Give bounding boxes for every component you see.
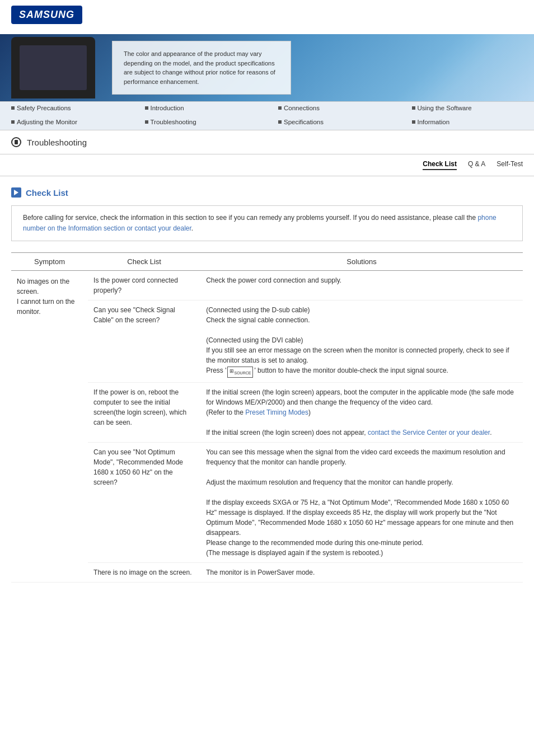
check-cell-3: If the power is on, reboot the computer … bbox=[88, 382, 200, 442]
page-title-icon-inner bbox=[15, 140, 18, 144]
nav-bullet bbox=[412, 120, 415, 124]
nav-bullet bbox=[11, 106, 15, 110]
solution-cell-5: The monitor is in PowerSaver mode. bbox=[200, 562, 523, 582]
table-row: Can you see "Not Optimum Mode", "Recomme… bbox=[11, 442, 523, 562]
tab-checklist[interactable]: Check List bbox=[423, 160, 457, 170]
info-text-2: . bbox=[191, 224, 193, 232]
logo-area: SAMSUNG bbox=[11, 6, 523, 24]
nav-bullet bbox=[278, 106, 282, 110]
solution-cell-1: Check the power cord connection and supp… bbox=[200, 271, 523, 300]
table-row: If the power is on, reboot the computer … bbox=[11, 382, 523, 442]
logo-text: SAMSUNG bbox=[19, 9, 74, 20]
navigation: Safety Precautions Introduction Connecti… bbox=[0, 101, 534, 130]
solution-cell-3: If the initial screen (the login screen)… bbox=[200, 382, 523, 442]
check-cell-5: There is no image on the screen. bbox=[88, 562, 200, 582]
page-title-bar: Troubleshooting bbox=[0, 130, 534, 154]
nav-item-connections[interactable]: Connections bbox=[278, 105, 390, 111]
nav-bullet bbox=[412, 106, 415, 110]
section-title-icon bbox=[11, 187, 21, 198]
page-title-icon bbox=[11, 137, 21, 147]
nav-item-software[interactable]: Using the Software bbox=[412, 105, 523, 111]
table-row: There is no image on the screen. The mon… bbox=[11, 562, 523, 582]
table-row: Can you see "Check Signal Cable" on the … bbox=[11, 300, 523, 382]
banner-text: The color and appearance of the product … bbox=[124, 50, 275, 85]
col-header-solutions: Solutions bbox=[200, 253, 523, 271]
svg-marker-0 bbox=[14, 190, 18, 195]
nav-item-safety[interactable]: Safety Precautions bbox=[11, 105, 123, 111]
banner-tv bbox=[11, 37, 95, 98]
check-cell-1: Is the power cord connected properly? bbox=[88, 271, 200, 300]
nav-item-information[interactable]: Information bbox=[412, 119, 523, 125]
solution-cell-2: (Connected using the D-sub cable) Check … bbox=[200, 300, 523, 382]
check-cell-4: Can you see "Not Optimum Mode", "Recomme… bbox=[88, 442, 200, 562]
banner-text-box: The color and appearance of the product … bbox=[112, 41, 291, 95]
nav-bullet bbox=[11, 120, 15, 124]
section-title: Check List bbox=[11, 187, 523, 198]
nav-item-specifications[interactable]: Specifications bbox=[278, 119, 390, 125]
tabs-bar: Check List Q & A Self-Test bbox=[0, 154, 534, 176]
preset-link[interactable]: Preset Timing Modes bbox=[245, 408, 308, 416]
nav-bullet bbox=[278, 120, 282, 124]
info-text-1: Before calling for service, check the in… bbox=[23, 214, 477, 222]
page-title: Troubleshooting bbox=[27, 138, 87, 147]
section-title-text: Check List bbox=[26, 188, 68, 198]
banner-diagonal bbox=[366, 34, 534, 101]
nav-item-adjusting[interactable]: Adjusting the Monitor bbox=[11, 119, 123, 125]
col-header-checklist: Check List bbox=[88, 253, 200, 271]
header: SAMSUNG bbox=[0, 0, 534, 34]
check-cell-2: Can you see "Check Signal Cable" on the … bbox=[88, 300, 200, 382]
tab-qa[interactable]: Q & A bbox=[468, 160, 485, 170]
main-section: Check List Before calling for service, c… bbox=[0, 176, 534, 594]
source-icon: ⊞SOURCE bbox=[227, 367, 253, 377]
banner: The color and appearance of the product … bbox=[0, 34, 534, 101]
col-header-symptom: Symptom bbox=[11, 253, 88, 271]
nav-bullet bbox=[145, 120, 148, 124]
nav-bullet bbox=[145, 106, 148, 110]
content-table: Symptom Check List Solutions No images o… bbox=[11, 252, 523, 582]
solution-cell-4: You can see this message when the signal… bbox=[200, 442, 523, 562]
nav-item-introduction[interactable]: Introduction bbox=[145, 105, 256, 111]
table-row: No images on the screen.I cannot turn on… bbox=[11, 271, 523, 300]
tab-selftest[interactable]: Self-Test bbox=[496, 160, 523, 170]
symptom-cell: No images on the screen.I cannot turn on… bbox=[11, 271, 88, 582]
nav-item-troubleshooting[interactable]: Troubleshooting bbox=[145, 119, 256, 125]
play-icon bbox=[13, 189, 20, 196]
service-link[interactable]: contact the Service Center or your deale… bbox=[368, 429, 490, 436]
info-box: Before calling for service, check the in… bbox=[11, 205, 523, 241]
logo-box: SAMSUNG bbox=[11, 6, 82, 24]
